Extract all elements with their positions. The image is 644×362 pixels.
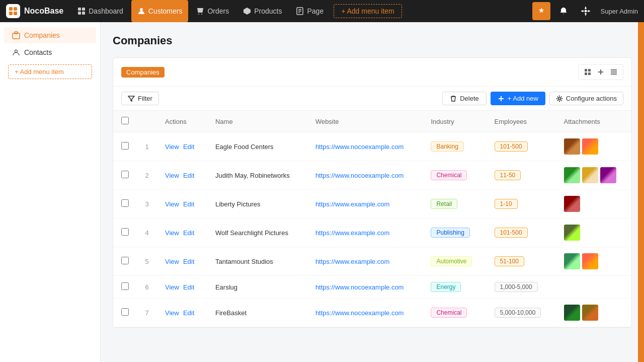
row-checkbox-4[interactable] — [121, 228, 129, 236]
nav-dashboard[interactable]: Dashboard — [71, 0, 129, 22]
view-button[interactable]: View — [165, 200, 179, 208]
view-button[interactable]: View — [165, 309, 179, 317]
employees-badge: 5,000-10,000 — [495, 308, 541, 318]
row-actions: View Edit — [165, 309, 199, 317]
view-button[interactable]: View — [165, 229, 179, 237]
table-row: 2 View Edit Judith May, Robinetworkshttp… — [113, 161, 631, 190]
settings-icon-btn[interactable] — [577, 2, 595, 20]
table-row: 1 View Edit Eagle Food Centershttps://ww… — [113, 132, 631, 161]
edit-button[interactable]: Edit — [183, 309, 194, 317]
website-link[interactable]: https://www.nocoexample.com — [315, 283, 404, 291]
row-attachments — [556, 247, 631, 276]
svg-point-8 — [140, 8, 143, 11]
row-name: Liberty Pictures — [207, 190, 307, 219]
row-website[interactable]: https://www.example.com — [307, 190, 423, 219]
row-number: 5 — [137, 247, 157, 276]
row-website[interactable]: https://www.nocoexample.com — [307, 161, 423, 190]
row-actions-cell: View Edit — [157, 276, 207, 299]
svg-rect-4 — [78, 8, 81, 11]
bell-icon — [559, 7, 568, 16]
filter-label: Filter — [138, 95, 152, 102]
row-actions: View Edit — [165, 229, 199, 237]
website-link[interactable]: https://www.example.com — [315, 200, 389, 208]
view-button[interactable]: View — [165, 143, 179, 151]
delete-button[interactable]: Delete — [442, 92, 487, 105]
website-link[interactable]: https://www.nocoexample.com — [315, 309, 404, 317]
row-website[interactable]: https://www.nocoexample.com — [307, 299, 423, 327]
filter-button[interactable]: Filter — [121, 92, 159, 105]
add-new-button[interactable]: + Add new — [491, 92, 545, 105]
edit-button[interactable]: Edit — [183, 283, 194, 291]
add-view-icon-btn[interactable] — [595, 66, 607, 78]
row-website[interactable]: https://www.example.com — [307, 247, 423, 276]
attachments-group — [564, 305, 623, 321]
row-website[interactable]: https://www.example.com — [307, 219, 423, 247]
grid-view-icon-btn[interactable] — [582, 66, 594, 78]
website-link[interactable]: https://www.nocoexample.com — [315, 143, 404, 151]
attachment-thumb-1[interactable] — [564, 305, 580, 321]
view-button[interactable]: View — [165, 283, 179, 291]
toolbar-left: Companies — [121, 67, 165, 78]
list-view-icon-btn[interactable] — [608, 66, 620, 78]
attachment-thumb-2[interactable] — [582, 305, 598, 321]
select-all-checkbox[interactable] — [121, 117, 129, 124]
row-checkbox-5[interactable] — [121, 257, 129, 264]
edit-button[interactable]: Edit — [183, 258, 194, 265]
row-employees: 1,000-5,000 — [487, 276, 556, 299]
plugin-icon-btn[interactable] — [532, 2, 550, 20]
sidebar-add-menu-button[interactable]: + Add menu item — [8, 64, 92, 79]
nav-page[interactable]: Page — [290, 0, 330, 22]
row-website[interactable]: https://www.nocoexample.com — [307, 132, 423, 161]
attachments-group — [564, 253, 623, 269]
nav-customers[interactable]: Customers — [131, 0, 189, 22]
nav-products[interactable]: Products — [237, 0, 288, 22]
view-button[interactable]: View — [165, 258, 179, 265]
website-link[interactable]: https://www.nocoexample.com — [315, 172, 404, 179]
edit-button[interactable]: Edit — [183, 143, 194, 151]
sidebar-item-contacts[interactable]: Contacts — [4, 44, 96, 60]
website-link[interactable]: https://www.example.com — [315, 229, 389, 237]
website-link[interactable]: https://www.example.com — [315, 258, 389, 265]
configure-actions-button[interactable]: Configure actions — [549, 92, 623, 105]
attachment-thumb-3[interactable] — [600, 167, 616, 183]
dashboard-icon — [77, 7, 86, 15]
row-actions: View Edit — [165, 200, 199, 208]
row-checkbox-2[interactable] — [121, 171, 129, 178]
svg-rect-3 — [14, 12, 17, 15]
row-website[interactable]: https://www.nocoexample.com — [307, 276, 423, 299]
attachment-thumb-2[interactable] — [582, 253, 598, 269]
attachment-thumb-2[interactable] — [582, 167, 598, 183]
main-content: Companies Companies — [101, 22, 644, 362]
app-logo[interactable]: NocoBase — [6, 4, 63, 18]
nav-orders[interactable]: Orders — [190, 0, 235, 22]
attachment-thumb-2[interactable] — [582, 138, 598, 155]
super-admin-label: Super Admin — [601, 8, 638, 15]
customers-icon — [137, 7, 145, 15]
top-add-menu-button[interactable]: + Add menu item — [334, 4, 401, 18]
attachment-thumb-1[interactable] — [564, 138, 580, 155]
row-industry: Banking — [423, 132, 486, 161]
row-checkbox-6[interactable] — [121, 282, 129, 290]
bell-icon-btn[interactable] — [554, 2, 573, 20]
attachment-thumb-1[interactable] — [564, 167, 580, 183]
attachment-thumb-1[interactable] — [564, 196, 580, 212]
view-button[interactable]: View — [165, 172, 179, 179]
row-name: FireBasket — [207, 299, 307, 327]
edit-button[interactable]: Edit — [183, 172, 194, 179]
sidebar-item-companies[interactable]: Companies — [4, 27, 96, 43]
row-checkbox-7[interactable] — [121, 308, 129, 316]
row-actions: View Edit — [165, 283, 199, 291]
row-attachments — [556, 219, 631, 247]
attachment-thumb-1[interactable] — [564, 253, 580, 269]
attachment-thumb-1[interactable] — [564, 225, 580, 241]
add-new-icon — [498, 95, 505, 102]
edit-button[interactable]: Edit — [183, 200, 194, 208]
edit-button[interactable]: Edit — [183, 229, 194, 237]
svg-point-13 — [584, 10, 587, 13]
toolbar-right — [578, 64, 623, 80]
row-checkbox-3[interactable] — [121, 199, 129, 207]
row-industry: Retail — [423, 190, 486, 219]
row-actions-cell: View Edit — [157, 247, 207, 276]
app-name: NocoBase — [24, 7, 63, 16]
row-checkbox-1[interactable] — [121, 142, 129, 150]
